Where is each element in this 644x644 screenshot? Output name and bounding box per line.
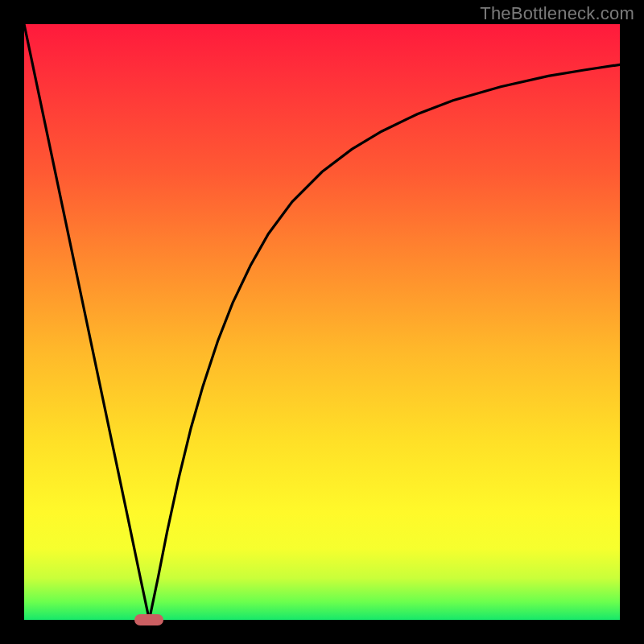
bottleneck-marker [134,614,163,625]
chart-frame: TheBottleneck.com [0,0,644,644]
chart-svg [24,24,620,620]
curve-right-branch [149,64,620,620]
curve-left-branch [24,24,149,620]
watermark-text: TheBottleneck.com [480,3,634,24]
